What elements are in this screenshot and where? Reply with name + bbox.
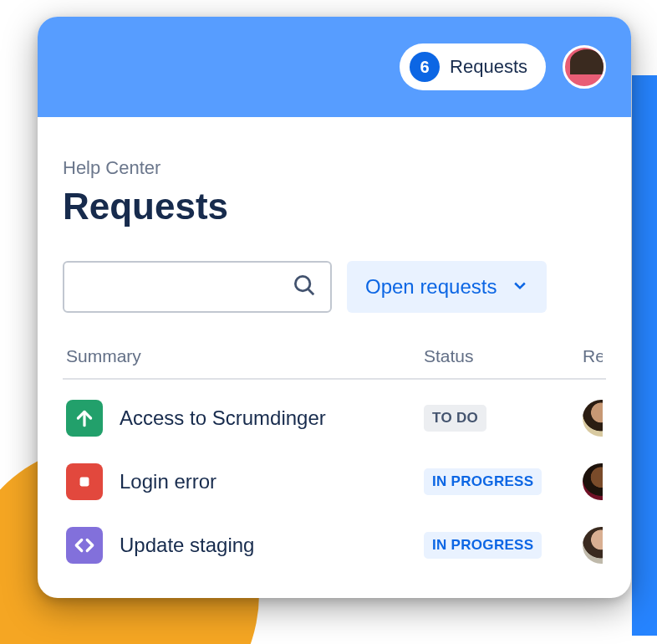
column-header-summary[interactable]: Summary bbox=[66, 346, 424, 366]
breadcrumb[interactable]: Help Center bbox=[63, 157, 606, 179]
requests-count-pill[interactable]: 6 Requests bbox=[400, 43, 546, 90]
requests-card: 6 Requests Help Center Requests Open req… bbox=[38, 17, 631, 598]
row-summary: Access to Scrumdinger bbox=[120, 406, 326, 430]
requester-avatar[interactable] bbox=[583, 400, 603, 437]
search-input-wrapper[interactable] bbox=[63, 261, 332, 313]
chevron-down-icon bbox=[512, 275, 528, 299]
column-header-status[interactable]: Status bbox=[424, 346, 583, 366]
controls-row: Open requests bbox=[63, 261, 606, 313]
search-input[interactable] bbox=[78, 278, 292, 297]
table-row[interactable]: Login error IN PROGRESS bbox=[63, 450, 606, 514]
requester-avatar[interactable] bbox=[583, 527, 603, 564]
filter-label: Open requests bbox=[365, 275, 497, 299]
table-row[interactable]: Update staging IN PROGRESS bbox=[63, 514, 606, 577]
svg-point-0 bbox=[295, 276, 310, 291]
page-title: Requests bbox=[63, 186, 606, 227]
filter-dropdown[interactable]: Open requests bbox=[347, 261, 547, 313]
svg-rect-3 bbox=[80, 478, 89, 487]
requester-avatar[interactable] bbox=[583, 463, 603, 500]
status-badge: IN PROGRESS bbox=[424, 468, 542, 495]
row-summary: Login error bbox=[120, 470, 216, 493]
header-bar: 6 Requests bbox=[38, 17, 631, 117]
dot-icon bbox=[66, 463, 103, 500]
row-summary: Update staging bbox=[120, 534, 254, 557]
user-avatar[interactable] bbox=[563, 45, 606, 89]
arrow-up-icon bbox=[66, 400, 103, 437]
card-body: Help Center Requests Open requests bbox=[38, 117, 631, 577]
status-badge: IN PROGRESS bbox=[424, 532, 542, 559]
requests-count-label: Requests bbox=[450, 56, 527, 78]
search-icon bbox=[292, 273, 317, 301]
status-badge: TO DO bbox=[424, 405, 486, 432]
svg-line-1 bbox=[308, 289, 314, 295]
column-header-requester[interactable]: Requester bbox=[583, 346, 603, 366]
table-row[interactable]: Access to Scrumdinger TO DO bbox=[63, 386, 606, 450]
requests-count-badge: 6 bbox=[410, 52, 440, 82]
decorative-stripe bbox=[632, 75, 657, 636]
table-header: Summary Status Requester bbox=[63, 346, 606, 380]
code-icon bbox=[66, 527, 103, 564]
